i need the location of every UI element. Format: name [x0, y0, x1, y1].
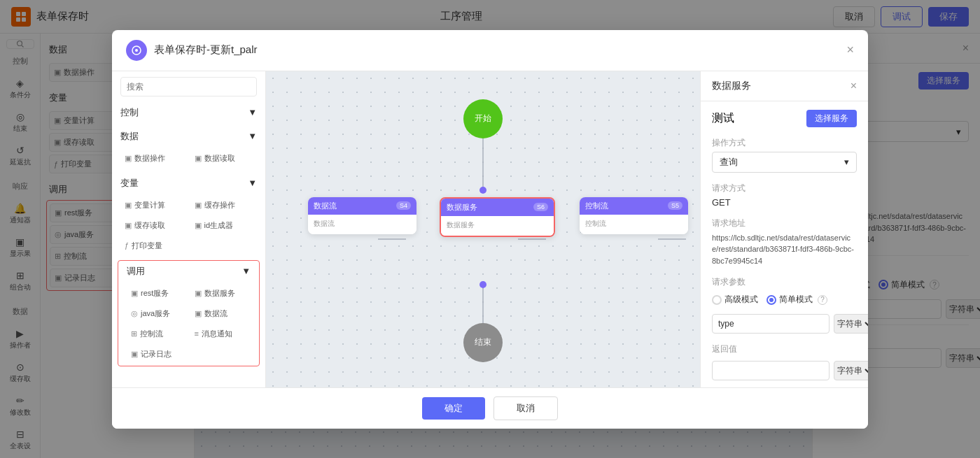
- modal-body: 控制 ▼ 数据 ▼ ▣ 数据操作: [112, 71, 868, 387]
- mr-help-icon[interactable]: ?: [818, 295, 827, 305]
- mc-node-s4-title: 数据流: [314, 201, 337, 211]
- mr-mode-row: 高级模式 简单模式 ?: [712, 294, 857, 306]
- ml-item-cache-read[interactable]: ▣ 缓存读取: [120, 217, 188, 234]
- ml-variable-items: ▣ 变量计算 ▣ 缓存操作 ▣ 缓存读取 ▣ i: [112, 194, 265, 257]
- mc-node-s4-header: 数据流 S4: [308, 197, 416, 215]
- ml-item-data-read[interactable]: ▣ 数据读取: [190, 150, 258, 167]
- mc-node-s4[interactable]: 数据流 S4 数据流: [308, 197, 416, 234]
- mr-radio-simple-circle: [766, 295, 776, 305]
- mr-operation-label: 操作方式: [712, 137, 857, 149]
- ml-section-control: 控制 ▼: [112, 102, 265, 123]
- mr-params-input-row: 字符串: [712, 314, 857, 334]
- mc-node-end: 结束: [463, 323, 503, 362]
- ml-item-cache-op[interactable]: ▣ 缓存操作: [190, 196, 258, 214]
- mc-end-label: 结束: [475, 336, 491, 348]
- mr-select-service-btn[interactable]: 选择服务: [806, 110, 857, 127]
- ml-item-rest[interactable]: ▣ rest服务: [127, 285, 188, 302]
- mc-node-s6[interactable]: 数据服务 S6 数据服务: [440, 197, 555, 237]
- mr-chevron-op: ▾: [844, 157, 849, 167]
- ml-item-invoke-df-label: 数据流: [204, 308, 227, 319]
- mc-node-s4-body-text: 数据流: [314, 220, 335, 227]
- mr-operation-select[interactable]: 查询 ▾: [712, 152, 857, 173]
- mc-node-s6-badge: S6: [533, 203, 548, 211]
- mr-return-value-input[interactable]: [712, 361, 830, 380]
- modal-search-input[interactable]: [120, 77, 257, 96]
- mr-param-name-input[interactable]: [712, 314, 830, 334]
- mr-return-row: 返回值 字符串: [712, 343, 857, 380]
- ml-java-svc-icon: ◎: [131, 309, 138, 318]
- mr-params-section: 请求参数 高级模式 简单模式 ?: [712, 276, 857, 334]
- ml-item-msg[interactable]: ≡ 消息通知: [190, 325, 251, 343]
- ml-item-data-svc[interactable]: ▣ 数据服务: [190, 285, 251, 302]
- ml-section-data-header[interactable]: 数据 ▼: [112, 126, 265, 147]
- ml-item-id-gen[interactable]: ▣ id生成器: [190, 217, 258, 234]
- ml-invoke-df-icon: ▣: [195, 309, 202, 318]
- ml-item-var-calc-label: 变量计算: [134, 200, 165, 210]
- mc-node-s6-header: 数据服务 S6: [441, 199, 554, 216]
- modal-canvas[interactable]: 开始: [266, 71, 700, 387]
- ml-chevron-variable: ▼: [248, 178, 257, 188]
- mc-node-s5-title: 控制流: [585, 201, 608, 211]
- ml-item-log-label: 记录日志: [141, 349, 172, 359]
- mr-params-label: 请求参数: [712, 276, 857, 288]
- ml-item-print-var-label: 打印变量: [132, 241, 162, 251]
- mc-node-s5-header: 控制流 S5: [580, 197, 688, 215]
- modal-close-icon[interactable]: ×: [846, 43, 854, 57]
- mr-radio-simple[interactable]: 简单模式 ?: [766, 294, 827, 306]
- modal-header: 表单保存时-更新t_palr ×: [112, 30, 868, 71]
- mc-node-s4-badge: S4: [396, 201, 411, 210]
- ml-invoke-cf-icon: ⊞: [131, 329, 137, 338]
- svg-point-18: [479, 281, 486, 288]
- mc-start-label: 开始: [475, 113, 491, 124]
- ml-item-java-svc-label: java服务: [141, 308, 170, 319]
- ml-section-invoke-title: 调用: [127, 265, 145, 278]
- mc-node-s6-title: 数据服务: [447, 202, 477, 213]
- modal-right-panel: 数据服务 × 测试 选择服务 操作方式 查询 ▾: [700, 71, 868, 387]
- svg-point-11: [135, 49, 138, 52]
- ml-section-variable-header[interactable]: 变量 ▼: [112, 173, 265, 194]
- ml-section-control-header[interactable]: 控制 ▼: [112, 102, 265, 123]
- mr-operation-value: 查询: [720, 156, 738, 169]
- ml-item-java-svc[interactable]: ◎ java服务: [127, 305, 188, 322]
- ml-item-invoke-cf[interactable]: ⊞ 控制流: [127, 325, 188, 343]
- ml-item-invoke-cf-label: 控制流: [140, 329, 163, 339]
- mr-param-type-select[interactable]: 字符串: [834, 314, 868, 334]
- confirm-button[interactable]: 确定: [422, 397, 485, 420]
- ml-item-cache-op-label: 缓存操作: [204, 200, 235, 210]
- ml-chevron-data: ▼: [248, 131, 257, 141]
- ml-section-data: 数据 ▼ ▣ 数据操作 ▣ 数据读取: [112, 126, 265, 170]
- mc-node-s5-body-text: 控制流: [585, 220, 606, 227]
- mr-return-type-select[interactable]: 字符串: [834, 361, 868, 380]
- mr-test-label: 测试: [712, 111, 734, 126]
- ml-item-log[interactable]: ▣ 记录日志: [127, 345, 188, 363]
- ml-data-items: ▣ 数据操作 ▣ 数据读取: [112, 147, 265, 170]
- mr-return-label: 返回值: [712, 343, 857, 355]
- modal-logo: [126, 40, 147, 61]
- ml-data-op-icon: ▣: [125, 154, 132, 163]
- mr-url-value: https://lcb.sdltjc.net/sdata/rest/datase…: [712, 232, 857, 267]
- ml-item-rest-label: rest服务: [141, 288, 169, 299]
- ml-item-invoke-df[interactable]: ▣ 数据流: [190, 305, 251, 322]
- ml-log-icon: ▣: [131, 350, 138, 359]
- mc-node-s5-badge: S5: [668, 201, 682, 210]
- ml-item-print-var[interactable]: ƒ 打印变量: [120, 237, 188, 255]
- ml-invoke-items: ▣ rest服务 ▣ 数据服务 ◎ java服务 ▣: [118, 282, 259, 366]
- modal-title: 表单保存时-更新t_palr: [154, 43, 258, 57]
- ml-cache-op-icon: ▣: [195, 201, 202, 210]
- mr-close-icon[interactable]: ×: [850, 80, 857, 92]
- modal-left-panel: 控制 ▼ 数据 ▼ ▣ 数据操作: [112, 71, 266, 387]
- modal-overlay: 表单保存时-更新t_palr × 控制 ▼ 数据 ▼: [0, 0, 980, 458]
- mr-url-label: 请求地址: [712, 217, 857, 229]
- modal-cancel-button[interactable]: 取消: [493, 396, 558, 420]
- svg-point-13: [479, 187, 486, 194]
- ml-data-svc-icon: ▣: [195, 289, 202, 298]
- ml-item-var-calc[interactable]: ▣ 变量计算: [120, 196, 188, 214]
- mc-node-s5[interactable]: 控制流 S5 控制流: [580, 197, 688, 234]
- mr-header: 数据服务 ×: [701, 71, 868, 101]
- ml-section-variable-title: 变量: [120, 177, 139, 189]
- ml-item-data-op[interactable]: ▣ 数据操作: [120, 150, 188, 167]
- modal-dialog: 表单保存时-更新t_palr × 控制 ▼ 数据 ▼: [112, 30, 868, 429]
- ml-section-invoke-header[interactable]: 调用 ▼: [118, 261, 259, 282]
- mr-radio-advanced[interactable]: 高级模式: [712, 294, 758, 306]
- mc-node-start: 开始: [463, 99, 503, 138]
